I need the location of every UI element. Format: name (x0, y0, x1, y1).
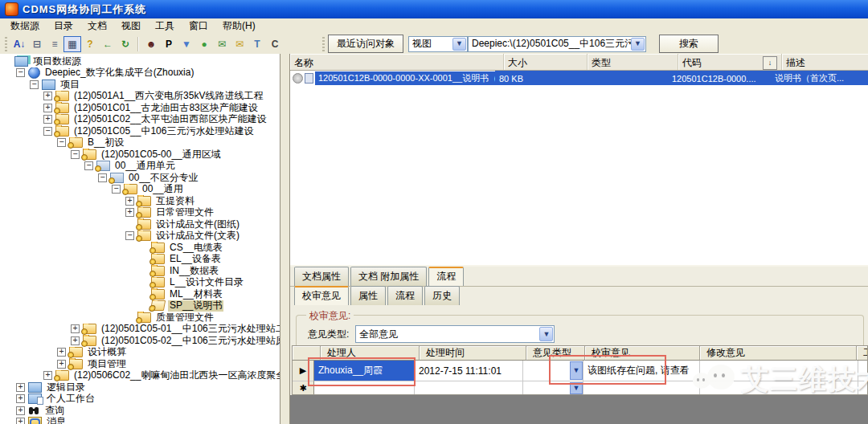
tab-历史[interactable]: 历史 (424, 286, 460, 305)
cell-处理时间[interactable]: 2012-7-15 11:11:01 (415, 361, 523, 381)
collapse-icon[interactable]: − (57, 138, 66, 147)
row-selector[interactable]: ✱ (293, 381, 314, 395)
expand-icon[interactable]: + (43, 104, 52, 112)
cell-处理人[interactable] (314, 381, 415, 395)
expand-icon[interactable]: + (16, 406, 25, 415)
tree-item[interactable]: −设计成品文件(文表) (0, 230, 280, 243)
sort-name-icon[interactable]: A↓ (10, 36, 28, 52)
view-combobox[interactable]: 视图 ▼ (408, 36, 468, 52)
tab-文档 附加属性[interactable]: 文档 附加属性 (350, 267, 427, 286)
recent-objects-button[interactable]: 最近访问对象 (328, 35, 403, 53)
collapse-icon[interactable]: − (71, 150, 80, 159)
chevron-down-icon[interactable]: ▼ (570, 382, 583, 394)
tab-流程[interactable]: 流程 (428, 267, 464, 286)
chevron-down-icon[interactable]: ▼ (631, 38, 645, 51)
panel-splitter[interactable] (280, 54, 290, 424)
tree-item[interactable]: IN__数据表 (0, 265, 280, 277)
cell-意见类型[interactable]: ▼ (523, 361, 583, 381)
cell-处理时间[interactable] (415, 381, 523, 395)
column-header-大小[interactable]: 大小 (504, 54, 588, 70)
tree-item[interactable]: −00__通用单元 (0, 161, 280, 173)
expand-icon[interactable]: + (125, 197, 134, 206)
tree-item[interactable]: 项目数据源 (0, 55, 280, 67)
expand-icon[interactable]: + (16, 394, 25, 403)
tree-item[interactable]: +(12)0501C01__古龙油田古83区块产能建设 (0, 102, 280, 114)
tree-item[interactable]: +个人工作台 (0, 393, 280, 406)
collapse-icon[interactable]: − (30, 80, 39, 89)
help-icon[interactable]: ? (81, 36, 99, 52)
tab-文档属性[interactable]: 文档属性 (294, 267, 349, 286)
tree-item[interactable]: SP__说明书 (0, 300, 280, 312)
menu-item-帮助(H)[interactable]: 帮助(H) (215, 18, 263, 35)
cell-工作状态[interactable]: 校 对 (858, 361, 868, 381)
cell-修改意见[interactable] (700, 381, 858, 395)
column-header-名称[interactable]: 名称 (290, 54, 504, 70)
mail-send-icon[interactable]: ✉ (231, 36, 248, 52)
refresh-icon[interactable]: ↻ (117, 36, 134, 52)
search-button[interactable]: 搜索 (659, 35, 719, 53)
collapse-icon[interactable]: − (125, 231, 134, 240)
expand-icon[interactable]: + (125, 208, 134, 217)
tree-item[interactable]: CS__电缆表 (0, 242, 280, 254)
user-icon[interactable]: ☻ (142, 36, 160, 52)
cell-校审意见[interactable]: 该图纸存在问题, 请查看 (583, 361, 700, 381)
toolbar-grip[interactable] (5, 37, 7, 51)
column-header-描述[interactable]: 描述 (782, 54, 868, 70)
cell-修改意见[interactable] (700, 361, 858, 381)
collapse-icon[interactable]: − (16, 68, 25, 77)
tree-item[interactable]: EL__设备表 (0, 254, 280, 266)
tab-校审意见[interactable]: 校审意见 (294, 286, 349, 305)
back-icon[interactable]: ← (99, 36, 117, 52)
tree-item[interactable]: +逻辑目录 (0, 381, 280, 393)
column-header-类型[interactable]: 类型 (588, 54, 678, 70)
cell-意见类型[interactable]: ▼ (523, 381, 583, 395)
expand-icon[interactable]: + (43, 115, 52, 124)
tree-item[interactable]: +查询 (0, 405, 280, 417)
opinion-type-combobox[interactable]: 全部意见 ▼ (355, 325, 555, 343)
cell-处理人[interactable]: Zhouxia__周霞 (314, 361, 415, 381)
column-icon[interactable]: T (248, 36, 266, 52)
collapse-icon[interactable]: − (84, 161, 93, 170)
expand-icon[interactable]: + (57, 348, 66, 357)
tree-item[interactable]: 质量管理文件 (0, 312, 280, 324)
column-header-处理时间[interactable]: 处理时间 (420, 346, 526, 361)
menu-item-数据源[interactable]: 数据源 (3, 18, 47, 35)
row-selector[interactable]: ▶ (293, 361, 314, 381)
column-header-校审意见[interactable]: 校审意见 (585, 346, 700, 361)
tab-流程[interactable]: 流程 (387, 286, 423, 305)
path-combobox[interactable]: Deepiec:\(12)0501C05__中106三元污水 ▼ (468, 36, 646, 52)
expand-icon[interactable]: + (71, 336, 80, 345)
expand-icon[interactable]: + (16, 383, 25, 392)
tree-item[interactable]: +消息 (0, 417, 280, 424)
mail-receive-icon[interactable]: ✉ (213, 36, 231, 52)
tree-item[interactable]: −00__通用 (0, 184, 280, 196)
table-row[interactable]: ▶Zhouxia__周霞2012-7-15 11:11:01▼该图纸存在问题, … (293, 361, 867, 381)
column-header-处理人[interactable]: 处理人 (321, 346, 420, 361)
tree-item[interactable]: +日常管理文件 (0, 207, 280, 219)
column-header-代码[interactable]: 代码↓ (678, 54, 782, 70)
column-header-意见类型[interactable]: 意见类型 (526, 346, 585, 361)
tree-item[interactable]: L__设计文件目录 (0, 277, 280, 289)
tree-item[interactable]: 设计成品文件(图纸) (0, 218, 280, 230)
tree-item[interactable]: +设计概算 (0, 347, 280, 359)
collapse-icon[interactable]: − (98, 173, 107, 182)
properties-icon[interactable]: P (160, 36, 178, 52)
sort-descending-icon[interactable]: ↓ (763, 56, 777, 70)
expand-icon[interactable]: + (43, 371, 52, 380)
filter-icon[interactable]: ▼ (178, 36, 195, 52)
cell-工作状态[interactable] (858, 381, 868, 395)
tree-item[interactable]: −00__不区分专业 (0, 172, 280, 184)
file-list-empty-area[interactable] (290, 85, 868, 265)
tree-item[interactable]: ML__材料表 (0, 288, 280, 300)
column-header-工作状态[interactable]: 工作状态 (857, 346, 868, 361)
hierarchy-view-icon[interactable]: ⊟ (28, 36, 46, 52)
tree-item[interactable]: −项目 (0, 79, 280, 91)
tree-item[interactable]: −(12)0501C05-00__通用区域 (0, 149, 280, 161)
tree-item[interactable]: +(12)0501C02__太平屯油田西部区块产能建设 (0, 114, 280, 126)
tree-item[interactable]: −Deepiec_数字化集成平台(Zhouxia) (0, 67, 280, 80)
tab-属性[interactable]: 属性 (350, 286, 386, 305)
tree-item[interactable]: +(12)0501C05-01__中106三元污水处理站二期工程 (0, 324, 280, 336)
chevron-down-icon[interactable]: ▼ (539, 327, 553, 341)
expand-icon[interactable]: + (16, 418, 25, 424)
file-row-selected[interactable]: 120501C12B-0000-0000-XX-0001__说明书（ ...80… (290, 71, 868, 85)
